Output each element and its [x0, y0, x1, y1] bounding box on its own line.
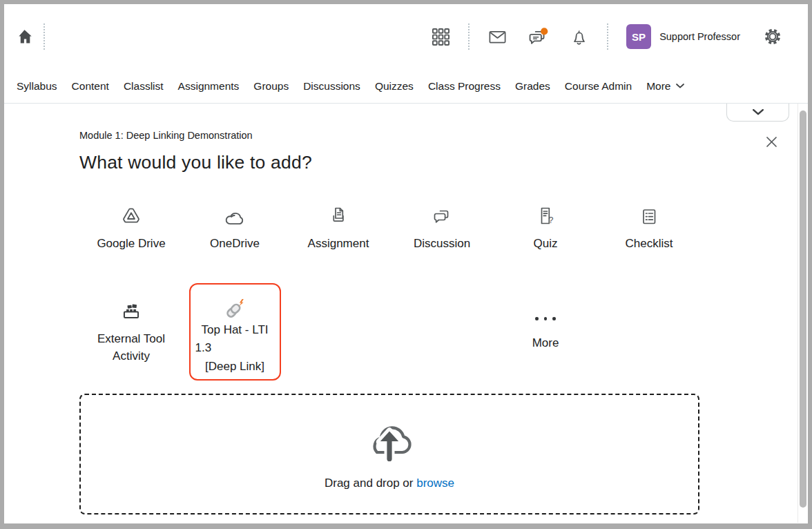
chevron-down-icon — [676, 84, 684, 88]
option-label: External Tool Activity — [89, 330, 173, 365]
waffle-grid-icon — [432, 28, 450, 46]
close-dialog-button[interactable] — [764, 135, 779, 151]
home-button[interactable] — [17, 28, 32, 46]
options-row-1: Google Drive OneDrive — [79, 204, 808, 253]
chevron-down-icon — [753, 109, 764, 115]
browse-link[interactable]: browse — [416, 477, 454, 490]
option-google-drive[interactable]: Google Drive — [79, 204, 183, 253]
option-discussion[interactable]: Discussion — [390, 204, 494, 253]
nav-item-assignments[interactable]: Assignments — [178, 80, 240, 93]
notification-dot — [541, 28, 548, 35]
option-external-tool-activity[interactable]: External Tool Activity — [79, 283, 183, 381]
options-row-2: External Tool Activity — [79, 283, 808, 381]
external-tool-icon — [119, 299, 144, 323]
file-dropzone[interactable]: Drag and drop or browse — [79, 394, 699, 514]
option-assignment[interactable]: Assignment — [287, 204, 390, 253]
option-label: Checklist — [626, 235, 673, 253]
home-icon — [17, 28, 32, 46]
notifications-button[interactable] — [569, 26, 589, 47]
chat-button[interactable] — [525, 26, 551, 48]
grid-spacer — [390, 283, 494, 381]
scrollbar-track[interactable] — [798, 104, 808, 523]
discussion-icon — [430, 204, 454, 227]
collapse-panel-button[interactable] — [726, 104, 789, 122]
dotted-divider — [468, 23, 470, 50]
email-button[interactable] — [487, 27, 508, 47]
tophat-line-3: [Deep Link] — [191, 358, 280, 376]
upload-cloud-icon — [362, 417, 416, 467]
user-menu[interactable]: SP Support Professor — [626, 24, 744, 49]
google-drive-icon — [119, 204, 143, 227]
avatar: SP — [626, 24, 651, 49]
svg-text:?: ? — [548, 215, 553, 225]
option-quiz[interactable]: ? Quiz — [494, 204, 597, 253]
brightspace-window: SP Support Professor Syllabus Content Cl… — [0, 0, 812, 529]
option-label: Quiz — [534, 235, 558, 253]
gear-icon — [762, 26, 783, 47]
nav-item-course-admin[interactable]: Course Admin — [565, 80, 632, 93]
assignment-icon — [327, 204, 349, 227]
add-content-dialog: Module 1: Deep Linking Demonstration Wha… — [4, 104, 808, 523]
onedrive-icon — [221, 204, 249, 227]
breadcrumb-module-label: Module 1: Deep Linking Demonstration — [79, 130, 808, 141]
nav-item-more[interactable]: More — [646, 80, 684, 93]
envelope-icon — [487, 27, 508, 47]
user-name: Support Professor — [659, 31, 740, 42]
nav-item-grades[interactable]: Grades — [515, 80, 550, 93]
grid-spacer — [287, 283, 390, 381]
settings-button[interactable] — [762, 26, 783, 47]
course-navbar: Syllabus Content Classlist Assignments G… — [4, 69, 808, 104]
dialog-title: What would you like to add? — [79, 152, 808, 173]
nav-more-label: More — [646, 80, 670, 93]
chat-bubbles-icon — [525, 26, 551, 48]
dotted-divider — [607, 23, 608, 50]
option-onedrive[interactable]: OneDrive — [183, 204, 287, 253]
avatar-initials: SP — [632, 31, 646, 43]
top-bar: SP Support Professor — [4, 4, 808, 69]
nav-item-discussions[interactable]: Discussions — [303, 80, 360, 93]
nav-item-class-progress[interactable]: Class Progress — [428, 80, 501, 93]
app-launcher-button[interactable] — [432, 28, 450, 46]
quiz-icon: ? — [535, 204, 556, 227]
dotted-divider — [44, 23, 45, 50]
checklist-icon — [639, 204, 659, 227]
scrollbar-thumb[interactable] — [800, 110, 806, 508]
bell-icon — [569, 26, 589, 47]
option-top-hat-deep-link[interactable]: Top Hat - LTI 1.3 [Deep Link] — [189, 283, 281, 381]
tophat-line-1: Top Hat - LTI — [191, 321, 280, 339]
option-label: Top Hat - LTI 1.3 [Deep Link] — [191, 321, 280, 376]
option-label: More — [532, 334, 559, 352]
nav-item-groups[interactable]: Groups — [253, 80, 289, 93]
nav-item-content[interactable]: Content — [72, 80, 109, 93]
option-label: Google Drive — [97, 235, 165, 253]
option-more[interactable]: More — [494, 283, 597, 381]
nav-item-syllabus[interactable]: Syllabus — [17, 80, 57, 93]
option-checklist[interactable]: Checklist — [597, 204, 701, 253]
close-icon — [766, 136, 777, 148]
dropzone-prefix: Drag and drop or — [325, 477, 416, 490]
ellipsis-icon — [535, 315, 556, 323]
nav-item-quizzes[interactable]: Quizzes — [375, 80, 414, 93]
option-label: Discussion — [414, 235, 470, 253]
link-spark-icon — [191, 296, 280, 321]
option-label: Assignment — [308, 235, 369, 253]
dropzone-text: Drag and drop or browse — [325, 477, 454, 490]
tophat-line-2: 1.3 — [191, 339, 280, 357]
option-label: OneDrive — [210, 235, 260, 253]
nav-item-classlist[interactable]: Classlist — [124, 80, 164, 93]
